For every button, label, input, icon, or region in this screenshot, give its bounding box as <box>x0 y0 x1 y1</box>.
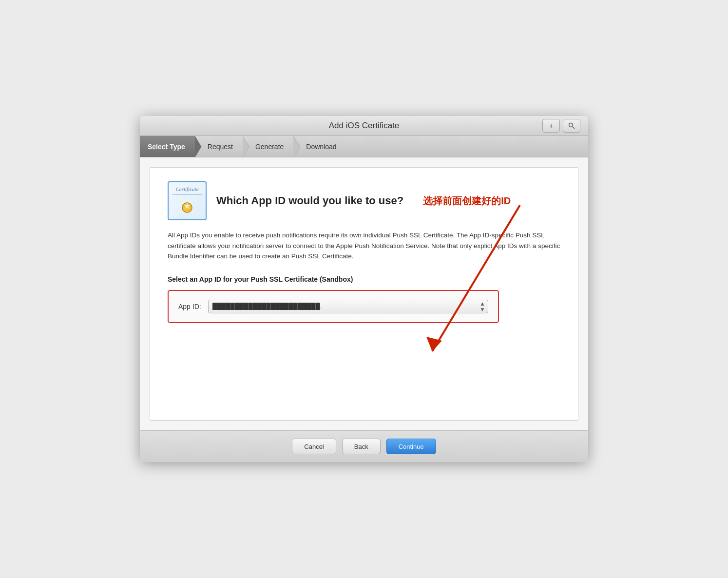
title-bar-actions: + <box>542 119 580 133</box>
step-generate[interactable]: Generate <box>243 136 293 157</box>
question-wrapper: Which App ID would you like to use? 选择前面… <box>216 194 511 208</box>
app-id-label: App ID: <box>178 303 201 310</box>
search-icon <box>568 122 575 129</box>
cert-icon-text: Certificate <box>172 186 202 194</box>
red-arrow-annotation <box>393 200 530 366</box>
step-download[interactable]: Download <box>293 136 346 157</box>
add-button[interactable]: + <box>542 119 560 133</box>
window: Add iOS Certificate + Select Type Reques… <box>140 116 588 462</box>
app-id-box: App ID: ████████████████████████. ▲▼ <box>168 290 499 323</box>
description-text: All App IDs you enable to receive push n… <box>168 230 560 262</box>
certificate-icon: Certificate <box>168 181 207 220</box>
question-title: Which App ID would you like to use? <box>216 194 403 207</box>
step-request-label: Request <box>208 143 233 151</box>
content-wrapper: Certificate Which App ID would you like … <box>140 167 588 421</box>
step-download-label: Download <box>306 143 336 151</box>
cancel-button[interactable]: Cancel <box>292 439 336 454</box>
svg-point-0 <box>569 123 573 127</box>
app-id-select[interactable]: ████████████████████████. <box>208 300 488 313</box>
header-row: Certificate Which App ID would you like … <box>168 181 560 220</box>
cert-seal-icon <box>179 198 195 213</box>
svg-line-1 <box>573 127 575 129</box>
back-button[interactable]: Back <box>342 439 381 454</box>
title-bar: Add iOS Certificate + <box>140 116 588 136</box>
svg-marker-5 <box>426 337 442 351</box>
step-generate-label: Generate <box>255 143 284 151</box>
steps-bar: Select Type Request Generate Download <box>140 136 588 157</box>
app-id-select-wrapper: ████████████████████████. ▲▼ <box>208 300 488 313</box>
step-select-type-label: Select Type <box>148 143 185 151</box>
search-button[interactable] <box>563 119 580 133</box>
main-content: Certificate Which App ID would you like … <box>150 167 578 421</box>
step-request[interactable]: Request <box>195 136 243 157</box>
footer: Cancel Back Continue <box>140 430 588 462</box>
continue-button[interactable]: Continue <box>386 439 436 454</box>
section-label: Select an App ID for your Push SSL Certi… <box>168 275 560 283</box>
step-select-type[interactable]: Select Type <box>140 136 195 157</box>
window-title: Add iOS Certificate <box>329 121 400 131</box>
annotation-text: 选择前面创建好的ID <box>423 194 511 208</box>
